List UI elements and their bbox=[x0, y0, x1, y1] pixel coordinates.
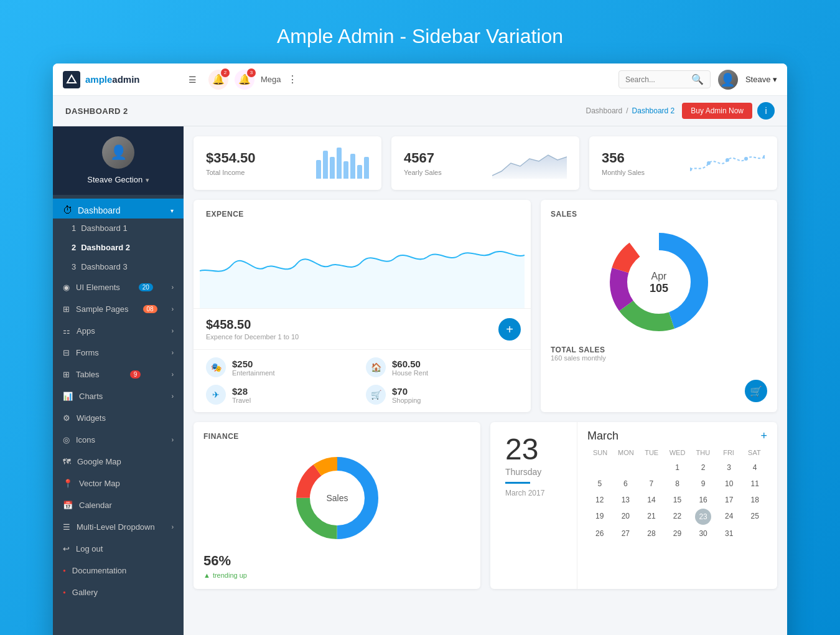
stat-card-monthly: 356 Monthly Sales bbox=[589, 136, 777, 190]
search-box: 🔍 bbox=[618, 70, 711, 88]
calendar-day[interactable]: 24 bbox=[717, 509, 742, 525]
calendar-day[interactable]: 26 bbox=[587, 526, 612, 541]
calendar-day[interactable]: 2 bbox=[691, 460, 716, 475]
sidebar-avatar: 👤 bbox=[102, 136, 134, 169]
calendar-day[interactable]: 29 bbox=[665, 526, 690, 541]
calendar-day[interactable]: 14 bbox=[639, 492, 664, 507]
sidebar-item-dashboard1[interactable]: 1 Dashboard 1 bbox=[53, 219, 184, 238]
sidebar-item-documentation[interactable]: ● Documentation bbox=[53, 560, 184, 581]
calendar-day[interactable]: 1 bbox=[665, 460, 690, 475]
calendar-day[interactable]: 4 bbox=[742, 460, 767, 475]
doc-dot-icon: ● bbox=[63, 568, 66, 573]
monthly-label: Monthly Sales bbox=[602, 169, 645, 176]
donut-month-label: Apr bbox=[651, 271, 668, 281]
sidebar-item-ui-elements[interactable]: ◉ UI Elements 20 › bbox=[53, 276, 184, 298]
sidebar-item-tables[interactable]: ⊞ Tables 9 › bbox=[53, 364, 184, 385]
mega-menu[interactable]: Mega bbox=[261, 75, 281, 84]
calendar-day[interactable]: 31 bbox=[717, 526, 742, 541]
shopping-label: Shopping bbox=[392, 397, 421, 404]
calendar-day[interactable]: 19 bbox=[587, 509, 612, 525]
tables-icon: ⊞ bbox=[63, 370, 70, 379]
calendar-day[interactable]: 3 bbox=[717, 460, 742, 475]
bar-6 bbox=[350, 154, 355, 179]
calendar-day[interactable]: 6 bbox=[614, 476, 638, 491]
sidebar-item-apps[interactable]: ⚏ Apps › bbox=[53, 320, 184, 342]
calendar-day[interactable]: 23 bbox=[695, 509, 711, 525]
notification-icon-2[interactable]: 🔔 3 bbox=[235, 70, 254, 90]
house-rent-amount: $60.50 bbox=[392, 359, 428, 369]
sidebar-item-dashboard2[interactable]: 2 Dashboard 2 bbox=[53, 238, 184, 257]
info-button[interactable]: i bbox=[757, 102, 775, 120]
sidebar-item-sample-pages[interactable]: ⊞ Sample Pages 08 › bbox=[53, 298, 184, 320]
nav-icons: ☰ 🔔 2 🔔 3 Mega ⋮ bbox=[182, 70, 611, 90]
calendar-day[interactable]: 13 bbox=[614, 492, 638, 507]
sidebar-item-multilevel[interactable]: ☰ Multi-Level Dropdown › bbox=[53, 516, 184, 538]
income-chart bbox=[316, 148, 369, 179]
forms-icon: ⊟ bbox=[63, 348, 70, 357]
travel-icon: ✈ bbox=[206, 385, 226, 405]
calendar-day[interactable]: 27 bbox=[614, 526, 638, 541]
logout-icon: ↩ bbox=[63, 544, 70, 553]
sidebar-item-dashboard[interactable]: ⏱ Dashboard ▾ bbox=[53, 199, 184, 219]
hamburger-icon[interactable]: ☰ bbox=[182, 70, 202, 90]
calendar-day[interactable]: 28 bbox=[639, 526, 664, 541]
gallery-dot-icon: ● bbox=[63, 590, 66, 595]
calendar-days: 1234567891011121314151617181920212223242… bbox=[587, 460, 767, 541]
charts-arrow: › bbox=[172, 393, 174, 400]
travel-label: Travel bbox=[232, 397, 251, 404]
add-expense-button[interactable]: + bbox=[498, 318, 521, 341]
cart-button[interactable]: 🛒 bbox=[745, 380, 767, 402]
calendar-day[interactable]: 22 bbox=[665, 509, 690, 525]
calendar-day[interactable]: 8 bbox=[665, 476, 690, 491]
sidebar-username[interactable]: Steave Gection ▾ bbox=[63, 174, 174, 185]
date-month-year: March 2017 bbox=[505, 489, 562, 497]
sidebar-item-logout[interactable]: ↩ Log out bbox=[53, 538, 184, 560]
calendar-day[interactable]: 21 bbox=[639, 509, 664, 525]
expense-amount: $458.50 bbox=[206, 318, 518, 332]
calendar-day[interactable]: 17 bbox=[717, 492, 742, 507]
sidebar-item-calendar[interactable]: 📅 Calendar bbox=[53, 494, 184, 516]
sidebar-item-gallery[interactable]: ● Gallery bbox=[53, 581, 184, 603]
yearly-chart bbox=[492, 148, 567, 179]
calendar-day[interactable]: 11 bbox=[742, 476, 767, 491]
search-input[interactable] bbox=[625, 75, 688, 84]
sidebar-item-google-map[interactable]: 🗺 Google Map bbox=[53, 451, 184, 473]
search-icon[interactable]: 🔍 bbox=[691, 73, 704, 85]
sidebar-item-vector-map[interactable]: 📍 Vector Map bbox=[53, 473, 184, 494]
charts-icon: 📊 bbox=[63, 392, 73, 401]
icons-arrow: › bbox=[172, 436, 174, 443]
breadcrumb-home[interactable]: Dashboard bbox=[586, 106, 623, 115]
calendar-add-button[interactable]: + bbox=[760, 430, 767, 443]
calendar-day[interactable]: 30 bbox=[691, 526, 716, 541]
calendar-day[interactable]: 25 bbox=[742, 509, 767, 525]
sidebar-item-icons[interactable]: ◎ Icons › bbox=[53, 429, 184, 451]
calendar-day[interactable]: 12 bbox=[587, 492, 612, 507]
user-name[interactable]: Steave ▾ bbox=[745, 75, 777, 84]
expense-item-shopping: 🛒 $70 Shopping bbox=[366, 385, 518, 405]
buy-admin-button[interactable]: Buy Admin Now bbox=[682, 103, 752, 119]
sidebar-item-widgets[interactable]: ⚙ Widgets bbox=[53, 407, 184, 429]
calendar-day[interactable]: 7 bbox=[639, 476, 664, 491]
notification-badge-1: 2 bbox=[221, 68, 230, 77]
sidebar-user-area: 👤 Steave Gection ▾ bbox=[53, 126, 184, 195]
calendar-day[interactable]: 20 bbox=[614, 509, 638, 525]
calendar-day[interactable]: 10 bbox=[717, 476, 742, 491]
expense-desc: Expence for December 1 to 10 bbox=[206, 333, 518, 341]
num-label: 2 bbox=[72, 243, 76, 252]
bar-4 bbox=[337, 148, 342, 179]
calendar-day[interactable]: 9 bbox=[691, 476, 716, 491]
options-icon[interactable]: ⋮ bbox=[287, 73, 297, 85]
finance-center-label: Sales bbox=[326, 493, 348, 503]
calendar-month: March bbox=[587, 430, 618, 443]
calendar-day[interactable]: 18 bbox=[742, 492, 767, 507]
apps-arrow: › bbox=[172, 327, 174, 334]
notification-icon-1[interactable]: 🔔 2 bbox=[208, 70, 228, 90]
calendar-day[interactable]: 5 bbox=[587, 476, 612, 491]
ui-elements-icon: ◉ bbox=[63, 283, 70, 292]
calendar-day[interactable]: 15 bbox=[665, 492, 690, 507]
sidebar-item-forms[interactable]: ⊟ Forms › bbox=[53, 342, 184, 364]
num-label: 3 bbox=[72, 262, 76, 271]
sidebar-item-charts[interactable]: 📊 Charts › bbox=[53, 385, 184, 407]
calendar-day[interactable]: 16 bbox=[691, 492, 716, 507]
sidebar-item-dashboard3[interactable]: 3 Dashboard 3 bbox=[53, 257, 184, 276]
